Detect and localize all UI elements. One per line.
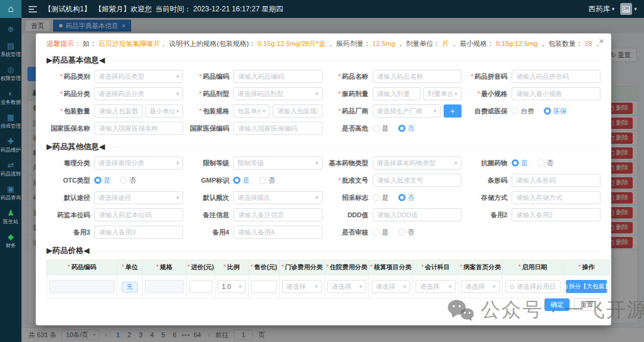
sale-price-input[interactable] — [251, 280, 277, 293]
radio-self-pay[interactable]: 自费 — [512, 107, 534, 116]
radio-antibact-no[interactable]: 否 — [537, 159, 553, 168]
tip-text: 12.5mg — [372, 40, 395, 47]
sidebar-item-drug-circulation[interactable]: ⇄ 药品流转 — [1, 161, 21, 178]
approval-no-input[interactable] — [373, 174, 462, 187]
radio-highrisk-no[interactable]: 否 — [398, 124, 414, 133]
tip-text: 0.15g:12.5mg/28片*盒 — [258, 40, 326, 47]
sidebar-item-finance[interactable]: ◆ 财务 — [6, 233, 16, 249]
section-price: ▶药品价格◀ — [47, 245, 600, 256]
radio-audit-yes[interactable]: 是 — [373, 228, 389, 237]
field-high-risk: 是否高危 是 否 — [325, 122, 462, 135]
manufacturer-select[interactable]: 请选择生产厂商▾ — [373, 104, 441, 118]
sidebar-item-dashboard[interactable]: ⊕ — [8, 25, 14, 35]
column-header: *病案首页分类 — [459, 260, 503, 275]
drug-code-input[interactable] — [233, 70, 322, 83]
ratio-select[interactable]: 1.0▾ — [218, 280, 246, 293]
sidebar-item-permission-mgmt[interactable]: ◎ 权限管理 — [1, 66, 21, 82]
radio-bid-no[interactable]: 否 — [398, 193, 414, 202]
min-unit-select[interactable]: 最小单位▾ — [145, 104, 184, 118]
sidebar-item-doctor-station[interactable]: ♟ 医生站 — [3, 209, 18, 226]
radio-gmp-no[interactable]: 否 — [259, 176, 275, 185]
chevron-down-icon: ▾ — [454, 160, 457, 166]
nmpa-code-input[interactable] — [94, 208, 183, 221]
field-nmpa-code: 药监本位码 — [47, 208, 183, 221]
radio-gmp-yes[interactable]: 是 — [233, 176, 249, 185]
chevron-down-icon: ▾ — [177, 91, 179, 97]
radio-bid-yes[interactable]: 是 — [373, 193, 389, 202]
chevron-down-icon: ▾ — [434, 108, 436, 114]
radio-highrisk-yes[interactable]: 是 — [373, 124, 389, 133]
field-spare4: 备用4 — [185, 226, 322, 239]
min-spec-input[interactable] — [512, 87, 600, 100]
home-button[interactable]: ⌂ — [0, 0, 21, 18]
sidebar-item-system-mgmt[interactable]: ▤ 系统管理 — [1, 42, 21, 58]
default-freq-select[interactable]: 请选择频次▾ — [233, 191, 322, 204]
field-limit-level: 限制等级 限制等级▾ — [185, 156, 322, 170]
home-icon: ⌂ — [8, 4, 14, 14]
column-header: *住院费用分类 — [325, 260, 369, 275]
unit-tag[interactable]: 无 — [122, 282, 138, 292]
sidebar-item-label: 业务数据 — [1, 99, 21, 106]
menu-toggle-icon[interactable] — [29, 6, 37, 13]
dose-unit-select[interactable]: 剂量单位▾ — [423, 87, 462, 100]
sidebar-item-label: 药品流转 — [1, 171, 21, 178]
column-header: *会计科目 — [413, 260, 459, 275]
chevron-down-icon: ▾ — [262, 108, 265, 114]
drug-class-select[interactable]: 请选择药品分类▾ — [94, 87, 183, 100]
permission-mgmt-icon: ◎ — [7, 66, 14, 74]
split-package-button[interactable]: ⊞拆分【大包装】 — [566, 280, 607, 293]
spare4-input[interactable] — [233, 226, 322, 239]
ddd-input[interactable] — [373, 208, 462, 221]
field-drug-code: *药品编码 — [185, 70, 322, 83]
toxicology-select[interactable]: 请选择毒理分类▾ — [94, 156, 183, 170]
drug-pinyin-input[interactable] — [512, 70, 600, 83]
sidebar-item-schedule-mgmt[interactable]: ▦ 排班管理 — [1, 113, 21, 130]
current-time: 当前时间： 2023-12-21 16:17:27 星期四 — [156, 4, 283, 14]
basic-drug-type-select[interactable]: 请选择基本药物类型▾ — [373, 156, 462, 170]
nhsa-name-input[interactable] — [94, 122, 183, 135]
outpatient-fee-select[interactable]: 请选择▾ — [282, 280, 322, 293]
storage-input[interactable] — [512, 191, 600, 204]
sidebar-item-drug-maintenance[interactable]: ✚ 药品维护 — [1, 137, 21, 154]
spare3-input[interactable] — [94, 226, 183, 239]
nhsa-code-input[interactable] — [233, 122, 322, 135]
drug-form-select[interactable]: 请选择药品剂型▾ — [233, 87, 322, 100]
enable-date-picker[interactable]: ⊙请选择起用日期 — [505, 280, 561, 293]
radio-otc-no[interactable]: 否 — [120, 176, 136, 185]
pack-unit-select[interactable]: 包装单位▾ — [233, 104, 270, 118]
sidebar-item-business-data[interactable]: ◐ 业务数据 — [1, 90, 21, 106]
remark-input[interactable] — [233, 208, 322, 221]
dose-input[interactable] — [373, 87, 421, 100]
radio-otc-yes[interactable]: 是 — [94, 176, 110, 185]
add-manufacturer-button[interactable]: + — [444, 104, 462, 118]
barcode-input[interactable] — [512, 174, 600, 187]
price-drug-code-input — [49, 280, 114, 293]
warehouse-switcher[interactable]: 西药库 — [589, 4, 610, 14]
pack-qty-input[interactable] — [94, 104, 143, 118]
record-page-select[interactable]: 请选择▾ — [461, 280, 500, 293]
avatar[interactable] — [620, 3, 632, 15]
sidebar-item-drug-query[interactable]: ▣ 药品查询 — [1, 185, 21, 202]
pack-spec-input[interactable] — [273, 104, 323, 118]
inpatient-fee-select[interactable]: 请选择▾ — [327, 280, 366, 293]
field-manufacturer: *药品厂商 请选择生产厂商▾ + — [325, 104, 462, 118]
radio-insurance[interactable]: 医保 — [544, 107, 566, 116]
tip-text: 28 — [584, 40, 592, 47]
chevron-down-icon: ▾ — [448, 284, 451, 289]
reset-button[interactable]: 重置 — [574, 298, 599, 311]
field-drug-type: *药品类别 请选择药品类型▾ — [47, 70, 183, 83]
limit-level-select[interactable]: 限制等级▾ — [233, 156, 322, 170]
confirm-button[interactable]: 确定 — [544, 298, 569, 311]
purchase-price-input[interactable] — [189, 280, 212, 293]
radio-audit-no[interactable]: 否 — [398, 228, 414, 237]
radio-antibact-yes[interactable]: 是 — [512, 159, 528, 168]
default-route-select[interactable]: 请选择途径▾ — [94, 191, 183, 204]
spare2-input[interactable] — [512, 208, 600, 221]
drug-type-select[interactable]: 请选择药品类型▾ — [94, 70, 183, 83]
drug-name-input[interactable] — [373, 70, 462, 83]
accounting-subject-select[interactable]: 请选择▾ — [416, 280, 456, 293]
column-header: *比例 — [215, 260, 249, 275]
accounting-item-select[interactable]: 请选择▾ — [371, 280, 410, 293]
close-icon[interactable]: × — [599, 36, 604, 45]
field-spare2: 备用2 — [464, 208, 600, 221]
